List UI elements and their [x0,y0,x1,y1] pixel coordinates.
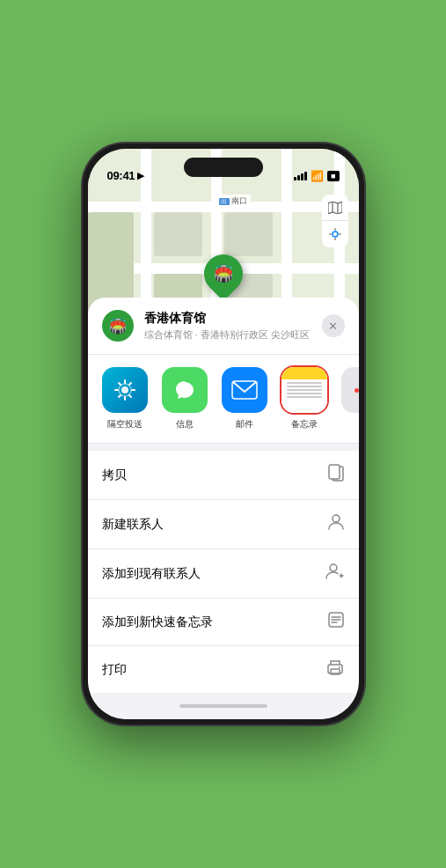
copy-icon [327,463,345,487]
battery-icon: ■ [327,171,339,181]
share-messages[interactable]: 信息 [162,367,208,430]
add-existing-label: 添加到现有联系人 [102,566,201,582]
status-time: 09:41 [107,169,135,182]
mail-label: 邮件 [236,418,253,430]
label-icon: 出 [219,198,230,205]
mail-icon [222,367,267,413]
svg-point-7 [330,564,337,571]
airdrop-label: 隔空投送 [107,418,143,430]
status-icons: 📶 ■ [294,170,339,182]
venue-card: 🏟️ 香港体育馆 综合体育馆 · 香港特别行政区 尖沙旺区 ✕ [88,298,359,355]
share-row: 隔空投送 信息 [88,355,359,444]
dynamic-island [184,158,263,177]
messages-icon [162,367,208,413]
messages-label: 信息 [176,418,194,430]
share-notes[interactable]: 备忘录 [281,367,327,430]
person-icon [327,512,345,536]
pin-circle: 🏟️ [195,246,250,301]
pin-inner: 🏟️ [214,264,233,283]
notes-line-3 [287,389,322,391]
notes-line-5 [287,396,322,398]
bottom-sheet: 🏟️ 香港体育馆 综合体育馆 · 香港特别行政区 尖沙旺区 ✕ [88,298,359,719]
building-1 [154,212,202,256]
map-type-button[interactable] [322,195,348,221]
action-add-notes[interactable]: 添加到新快速备忘录 [88,599,359,646]
location-icon: ▶ [137,170,144,181]
venue-info: 香港体育馆 综合体育馆 · 香港特别行政区 尖沙旺区 [144,311,311,342]
notes-lines [281,379,327,401]
action-copy[interactable]: 拷贝 [88,451,359,500]
signal-bar-2 [297,175,300,180]
share-more[interactable]: 推 [341,367,359,430]
location-button[interactable] [322,221,348,247]
svg-point-6 [333,515,340,522]
map-label: 出 南口 [216,195,251,208]
phone-screen: 09:41 ▶ 📶 ■ [88,149,359,719]
add-notes-label: 添加到新快速备忘录 [102,614,213,630]
print-label: 打印 [102,662,127,678]
signal-bar-3 [301,173,303,180]
svg-point-12 [339,666,340,668]
map-controls[interactable] [322,195,348,247]
notes-selected-border [281,367,327,413]
action-copy-label: 拷贝 [102,467,127,483]
signal-bars [294,172,307,180]
svg-point-0 [333,232,338,237]
map-label-text: 南口 [231,195,247,207]
close-button[interactable]: ✕ [322,314,345,337]
notes-line-4 [287,393,322,394]
airdrop-icon [102,367,148,413]
svg-point-1 [121,386,128,394]
more-icon [341,367,359,413]
venue-card-icon: 🏟️ [102,310,134,342]
building-2 [224,212,273,256]
printer-icon [325,658,345,680]
home-indicator [88,693,359,719]
action-new-contact[interactable]: 新建联系人 [88,500,359,549]
venue-title: 香港体育馆 [144,311,311,327]
svg-rect-5 [329,465,340,479]
notes-line-2 [287,386,322,387]
notes-top-bar [281,367,327,379]
more-dot-red [355,388,359,393]
venue-subtitle: 综合体育馆 · 香港特别行政区 尖沙旺区 [144,328,311,342]
action-list: 拷贝 新建联系人 [88,451,359,693]
notes-icon [281,367,327,413]
note-icon [327,611,345,633]
new-contact-label: 新建联系人 [102,517,164,533]
home-bar [179,704,267,708]
share-mail[interactable]: 邮件 [222,367,267,430]
phone-frame: 09:41 ▶ 📶 ■ [83,143,364,725]
person-add-icon [325,562,345,585]
action-add-existing[interactable]: 添加到现有联系人 [88,549,359,599]
notes-label: 备忘录 [291,418,318,430]
signal-bar-4 [304,172,307,180]
notes-line-1 [287,382,322,384]
share-airdrop[interactable]: 隔空投送 [102,367,148,430]
wifi-icon: 📶 [311,170,324,182]
signal-bar-1 [294,177,296,180]
action-print[interactable]: 打印 [88,646,359,693]
